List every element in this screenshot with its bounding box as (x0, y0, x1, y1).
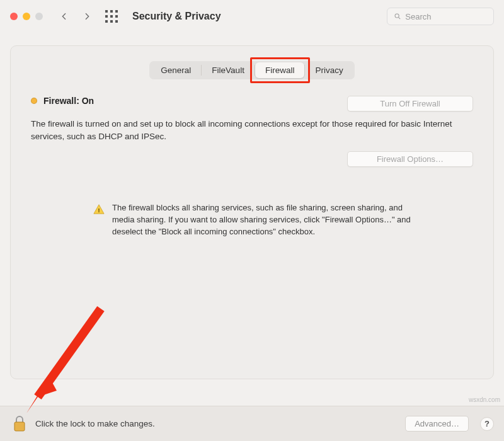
status-indicator-icon (31, 98, 37, 104)
svg-rect-2 (115, 10, 118, 13)
lock-button[interactable] (10, 415, 29, 433)
tab-general[interactable]: General (151, 62, 201, 78)
window-controls (10, 13, 43, 20)
turn-off-firewall-button[interactable]: Turn Off Firewall (347, 96, 473, 112)
warning-icon: ! (93, 203, 105, 215)
tab-filevault[interactable]: FileVault (202, 62, 255, 78)
show-all-button[interactable] (105, 9, 118, 23)
info-text: The firewall blocks all sharing services… (112, 202, 411, 238)
watermark: wsxdn.com (469, 396, 500, 403)
tab-privacy[interactable]: Privacy (305, 62, 353, 78)
footer: Click the lock to make changes. Advanced… (0, 406, 504, 441)
svg-rect-7 (110, 20, 113, 23)
nav-arrows (57, 9, 94, 24)
svg-rect-3 (105, 15, 108, 18)
lock-text: Click the lock to make changes. (35, 419, 155, 428)
advanced-button[interactable]: Advanced… (405, 416, 469, 432)
svg-point-9 (395, 14, 399, 18)
svg-rect-5 (115, 15, 118, 18)
svg-rect-1 (110, 10, 113, 13)
window-title: Security & Privacy (132, 11, 221, 22)
svg-rect-13 (14, 422, 25, 431)
tab-bar: General FileVault Firewall Privacy (149, 61, 354, 79)
svg-rect-6 (105, 20, 108, 23)
zoom-window-button[interactable] (35, 13, 43, 20)
svg-rect-4 (110, 15, 113, 18)
close-window-button[interactable] (10, 13, 18, 20)
svg-rect-0 (105, 10, 108, 13)
tab-firewall[interactable]: Firewall (255, 62, 305, 78)
search-input[interactable] (405, 12, 487, 21)
content-panel: General FileVault Firewall Privacy Firew… (10, 45, 494, 379)
firewall-status-label: Firewall: On (43, 96, 94, 106)
minimize-window-button[interactable] (23, 13, 30, 20)
info-block: ! The firewall blocks all sharing servic… (88, 202, 416, 238)
svg-text:!: ! (98, 208, 100, 214)
back-button[interactable] (57, 9, 72, 24)
svg-line-10 (399, 18, 401, 20)
lock-icon (12, 415, 27, 433)
forward-button[interactable] (79, 9, 94, 24)
svg-rect-8 (115, 20, 118, 23)
search-icon (394, 12, 401, 21)
search-field[interactable] (387, 8, 494, 25)
help-button[interactable]: ? (480, 417, 494, 431)
toolbar: Security & Privacy (0, 0, 504, 33)
firewall-options-button[interactable]: Firewall Options… (347, 151, 473, 167)
firewall-description: The firewall is turned on and set up to … (31, 118, 473, 142)
